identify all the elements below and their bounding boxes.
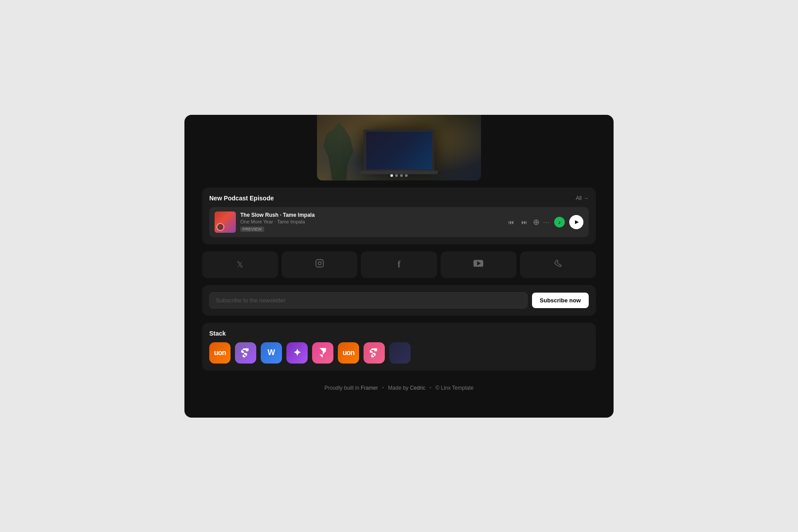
stack-section: Stack uon W ✦ uon — [202, 323, 596, 371]
subscribe-button[interactable]: Subscribe now — [532, 293, 589, 308]
footer-author-link[interactable]: Cedric — [410, 385, 426, 391]
track-title: The Slow Rush · Tame Impala — [240, 212, 502, 218]
app-framer[interactable] — [312, 342, 333, 364]
app-dark[interactable] — [389, 342, 411, 364]
hero-dot-3[interactable] — [400, 174, 403, 177]
social-facebook[interactable]: f — [361, 251, 437, 278]
footer-dot-2: • — [430, 385, 431, 391]
podcast-all-link[interactable]: All → — [576, 195, 589, 201]
more-button[interactable]: ··· — [543, 219, 550, 226]
hero-dots — [391, 174, 408, 177]
podcast-player: The Slow Rush · Tame Impala One More Yea… — [209, 207, 589, 237]
hero-dot-2[interactable] — [395, 174, 398, 177]
skip-forward-button[interactable]: ⏭ — [520, 217, 529, 227]
phone-icon — [554, 259, 562, 270]
footer-dot-1: • — [382, 385, 384, 391]
podcast-section: New Podcast Episode All → The Slow Rush … — [202, 188, 596, 244]
laptop-screen — [366, 132, 432, 169]
track-info: The Slow Rush · Tame Impala One More Yea… — [240, 212, 502, 232]
hero-image — [317, 115, 481, 180]
stack-apps: uon W ✦ uon — [209, 342, 589, 364]
social-twitter[interactable]: 𝕏 — [202, 251, 278, 278]
add-button[interactable]: ⊕ — [533, 217, 540, 227]
content-area: New Podcast Episode All → The Slow Rush … — [184, 188, 614, 391]
app-figma-1[interactable] — [235, 342, 256, 364]
app-webflow[interactable]: W — [261, 342, 282, 364]
album-art — [215, 211, 236, 233]
social-row: 𝕏 f — [202, 251, 596, 278]
laptop-base — [360, 171, 438, 174]
app-notion-2[interactable]: uon — [338, 342, 359, 364]
app-superstar[interactable]: ✦ — [286, 342, 308, 364]
preview-badge: PREVIEW — [240, 227, 264, 232]
main-container: New Podcast Episode All → The Slow Rush … — [184, 115, 614, 418]
app-figma-2[interactable] — [364, 342, 385, 364]
svg-rect-0 — [316, 260, 323, 267]
social-youtube[interactable] — [441, 251, 516, 278]
newsletter-section: Subscribe now — [202, 285, 596, 316]
skip-back-button[interactable]: ⏮ — [506, 217, 516, 227]
player-controls: ⏮ ⏭ ⊕ ··· — [506, 217, 550, 227]
footer-framer-link[interactable]: Framer — [361, 385, 378, 391]
hero-dot-4[interactable] — [405, 174, 408, 177]
footer: Proudly built in Framer • Made by Cedric… — [202, 385, 596, 391]
social-phone[interactable] — [520, 251, 596, 278]
app-notion-1[interactable]: uon — [209, 342, 231, 364]
youtube-icon — [473, 260, 483, 269]
plant-decoration — [321, 123, 357, 180]
newsletter-input[interactable] — [209, 292, 528, 309]
album-art-inner — [216, 223, 224, 231]
svg-point-2 — [321, 261, 322, 262]
play-button[interactable] — [569, 215, 583, 229]
social-instagram[interactable] — [282, 251, 357, 278]
instagram-icon — [315, 259, 324, 270]
podcast-section-title: New Podcast Episode — [209, 195, 274, 202]
stack-title: Stack — [209, 330, 589, 337]
podcast-header: New Podcast Episode All → — [209, 195, 589, 202]
hero-dot-1[interactable] — [391, 174, 393, 177]
footer-made-by-text: Made by — [388, 385, 408, 391]
facebook-icon: f — [398, 259, 401, 270]
twitter-icon: 𝕏 — [237, 260, 243, 270]
spotify-icon[interactable] — [554, 217, 565, 227]
track-subtitle: One More Year · Tame Impala — [240, 219, 502, 224]
footer-copyright: © Linx Template — [435, 385, 473, 391]
footer-built-in-text: Proudly built in — [325, 385, 360, 391]
svg-point-1 — [318, 262, 321, 265]
arrow-right-icon: → — [583, 195, 589, 201]
